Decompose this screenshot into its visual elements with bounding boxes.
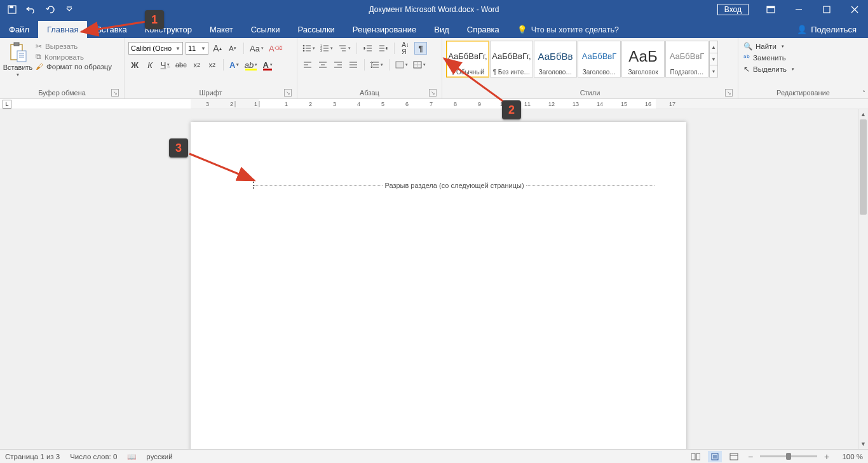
- shrink-font-button[interactable]: A▾: [226, 42, 239, 55]
- select-button[interactable]: ↖Выделить▾: [743, 65, 794, 74]
- underline-button[interactable]: Ч▾: [159, 58, 172, 71]
- highlight-button[interactable]: ab▾: [243, 58, 259, 71]
- zoom-slider[interactable]: [760, 455, 817, 457]
- sort-button[interactable]: А↓Я: [399, 42, 412, 55]
- scroll-down-icon[interactable]: ▼: [858, 439, 868, 449]
- grow-font-button[interactable]: A▴: [211, 42, 224, 55]
- subscript-button[interactable]: x2: [191, 58, 203, 71]
- styles-launcher[interactable]: ↘: [725, 89, 733, 97]
- qat-customize-icon[interactable]: [62, 3, 76, 17]
- bullets-button[interactable]: ▾: [301, 42, 316, 55]
- text-effects-button[interactable]: A▾: [228, 58, 241, 71]
- styles-gallery: АаБбВвГг,¶ Обычный АаБбВвГг,¶ Без инте… …: [446, 39, 718, 77]
- borders-button[interactable]: ▾: [412, 58, 427, 71]
- style-title[interactable]: АаБЗаголовок: [621, 41, 665, 77]
- multilevel-list-button[interactable]: ▾: [337, 42, 352, 55]
- copy-icon: ⧉: [36, 53, 41, 61]
- italic-button[interactable]: К: [144, 58, 156, 71]
- superscript-button[interactable]: x2: [206, 58, 219, 71]
- print-layout-button[interactable]: [708, 451, 722, 462]
- proofing-icon[interactable]: 📖: [127, 452, 136, 461]
- save-button[interactable]: [5, 3, 19, 17]
- tab-home[interactable]: Главная: [38, 21, 87, 38]
- tell-me-search[interactable]: 💡 Что вы хотите сделать?: [508, 25, 628, 38]
- collapse-ribbon-icon[interactable]: ˄: [862, 90, 865, 97]
- tab-insert[interactable]: Вставка: [87, 21, 135, 38]
- svg-text:6: 6: [405, 101, 409, 107]
- align-right-button[interactable]: [332, 58, 344, 71]
- tab-help[interactable]: Справка: [458, 21, 508, 38]
- undo-button[interactable]: [24, 3, 38, 17]
- increase-indent-button[interactable]: [377, 42, 390, 55]
- gallery-down-icon[interactable]: ▼: [710, 53, 717, 65]
- line-spacing-button[interactable]: ▾: [369, 58, 384, 71]
- copy-button[interactable]: ⧉Копировать: [36, 53, 112, 61]
- justify-button[interactable]: [347, 58, 360, 71]
- replace-button[interactable]: ᵃᵇЗаменить: [743, 53, 794, 62]
- font-launcher[interactable]: ↘: [284, 89, 292, 97]
- ribbon-display-options-icon[interactable]: [757, 0, 784, 19]
- tab-layout[interactable]: Макет: [201, 21, 242, 38]
- page-indicator[interactable]: Страница 1 из 3: [5, 453, 60, 460]
- align-center-button[interactable]: [316, 58, 329, 71]
- language-indicator[interactable]: русский: [146, 453, 172, 460]
- style-heading1[interactable]: АаБбВвЗаголово…: [534, 41, 577, 77]
- bold-button[interactable]: Ж: [128, 58, 141, 71]
- svg-text:7: 7: [430, 101, 433, 107]
- tab-review[interactable]: Рецензирование: [344, 21, 425, 38]
- document-title: Документ Microsoft Word.docx - Word: [369, 5, 499, 14]
- read-mode-button[interactable]: [689, 451, 703, 462]
- style-no-spacing[interactable]: АаБбВвГг,¶ Без инте…: [490, 41, 533, 77]
- tab-file[interactable]: Файл: [0, 21, 38, 38]
- ribbon: Вставить ▼ ✂Вырезать ⧉Копировать 🖌Формат…: [0, 38, 868, 99]
- svg-text:2: 2: [309, 101, 312, 107]
- zoom-out-button[interactable]: −: [746, 452, 755, 462]
- cursor-icon: ↖: [743, 65, 750, 74]
- decrease-indent-button[interactable]: [362, 42, 374, 55]
- numbering-button[interactable]: 123▾: [319, 42, 334, 55]
- cut-button[interactable]: ✂Вырезать: [36, 42, 112, 51]
- close-button[interactable]: [841, 0, 868, 19]
- group-font: Calibri (Осно▼ 11▼ A▴ A▾ Aa▾ A⌫ Ж К Ч▾ a…: [125, 38, 297, 98]
- paste-button[interactable]: Вставить ▼: [4, 39, 32, 77]
- sign-in-button[interactable]: Вход: [717, 4, 749, 15]
- horizontal-ruler[interactable]: 321 123 456 789 101112 131415 1617: [191, 99, 868, 109]
- gallery-up-icon[interactable]: ▲: [710, 41, 717, 53]
- clear-formatting-button[interactable]: A⌫: [268, 42, 284, 55]
- paragraph-launcher[interactable]: ↘: [429, 89, 437, 97]
- style-normal[interactable]: АаБбВвГг,¶ Обычный: [446, 41, 489, 77]
- tab-stop-selector[interactable]: L: [3, 100, 11, 109]
- minimize-button[interactable]: [785, 0, 812, 19]
- zoom-level[interactable]: 100 %: [836, 453, 863, 460]
- tab-mailings[interactable]: Рассылки: [288, 21, 343, 38]
- replace-label: Заменить: [753, 54, 786, 62]
- font-name-combo[interactable]: Calibri (Осно▼: [128, 42, 183, 55]
- shading-button[interactable]: ▾: [394, 58, 409, 71]
- format-painter-button[interactable]: 🖌Формат по образцу: [36, 63, 112, 70]
- tab-view[interactable]: Вид: [425, 21, 458, 38]
- share-button[interactable]: 👤 Поделиться: [785, 25, 868, 38]
- word-count[interactable]: Число слов: 0: [70, 453, 117, 460]
- page[interactable]: Разрыв раздела (со следующей страницы): [191, 122, 686, 449]
- change-case-button[interactable]: Aa▾: [248, 42, 265, 55]
- find-button[interactable]: 🔍Найти▾: [743, 42, 794, 51]
- tab-references[interactable]: Ссылки: [242, 21, 289, 38]
- style-heading2[interactable]: АаБбВвГЗаголово…: [578, 41, 621, 77]
- vertical-scrollbar[interactable]: ▲ ▼: [858, 109, 868, 449]
- strikethrough-button[interactable]: abc: [174, 58, 188, 71]
- style-subtitle[interactable]: АаБбВвГПодзагол…: [665, 41, 709, 77]
- svg-text:3: 3: [206, 101, 209, 107]
- show-marks-button[interactable]: ¶: [414, 42, 427, 55]
- align-left-button[interactable]: [301, 58, 314, 71]
- web-layout-button[interactable]: [727, 451, 741, 462]
- scroll-thumb[interactable]: [860, 119, 867, 215]
- font-color-button[interactable]: A▾: [261, 58, 274, 71]
- maximize-button[interactable]: [813, 0, 840, 19]
- svg-rect-6: [14, 43, 19, 46]
- gallery-more-icon[interactable]: ▾: [710, 65, 717, 77]
- clipboard-launcher[interactable]: ↘: [111, 89, 119, 97]
- font-size-combo[interactable]: 11▼: [186, 42, 208, 55]
- scroll-up-icon[interactable]: ▲: [858, 109, 868, 119]
- zoom-in-button[interactable]: +: [822, 452, 831, 462]
- redo-button[interactable]: [43, 3, 57, 17]
